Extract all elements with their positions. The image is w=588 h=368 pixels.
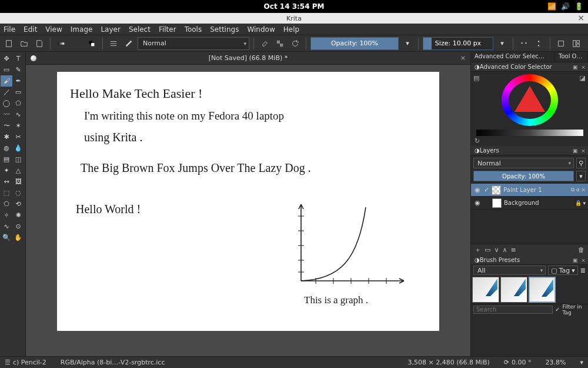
- layer-properties-button[interactable]: ≡: [511, 246, 516, 254]
- freehand-brush-tool[interactable]: 🖌: [1, 75, 12, 87]
- menu-filter[interactable]: Filter: [159, 25, 176, 34]
- canvas-viewport[interactable]: Hello Make Tech Easier ! I'm writing thi…: [26, 65, 470, 356]
- smart-fill-tool[interactable]: ✦: [1, 165, 12, 176]
- opacity-slider[interactable]: Opacity: 100%: [310, 37, 399, 50]
- bezier-tool[interactable]: ∿: [12, 109, 24, 120]
- brush-preset-button[interactable]: [122, 37, 135, 50]
- polygon-tool[interactable]: ⬠: [12, 98, 24, 109]
- reference-tool[interactable]: 🖼: [12, 176, 24, 187]
- docker-float-button[interactable]: ▣: [572, 64, 579, 70]
- tab-advanced-color-selector[interactable]: Advanced Color Selec…: [471, 52, 555, 62]
- swap-colors-button[interactable]: [85, 37, 98, 50]
- brush-preset-thumb[interactable]: [529, 277, 556, 303]
- document-close-button[interactable]: ×: [460, 54, 466, 62]
- menu-help[interactable]: Help: [283, 25, 299, 34]
- docker-float-button[interactable]: ▣: [572, 257, 579, 263]
- presets-tag-button[interactable]: ▢ Tag ▾: [548, 266, 578, 275]
- acs-options-icon[interactable]: ▤: [473, 74, 479, 82]
- document-tab[interactable]: [Not Saved] (66.8 MiB) * ×: [26, 52, 470, 65]
- rect-select-tool[interactable]: ⬚: [1, 187, 12, 198]
- eraser-mode-button[interactable]: [258, 37, 271, 50]
- ellipse-select-tool[interactable]: ◌: [12, 187, 24, 198]
- docker-float-button[interactable]: ▣: [572, 148, 579, 154]
- edit-shapes-tool[interactable]: ✎: [12, 64, 24, 75]
- new-file-button[interactable]: [2, 37, 15, 50]
- bezier-select-tool[interactable]: ∿: [1, 221, 12, 232]
- layer-blend-dropdown[interactable]: Normal: [473, 158, 574, 168]
- menu-image[interactable]: Image: [71, 25, 93, 34]
- line-tool[interactable]: ／: [1, 87, 12, 98]
- layer-opacity-slider[interactable]: Opacity: 100%: [473, 171, 574, 181]
- presets-tag-filter[interactable]: All: [473, 266, 546, 275]
- wrap-around-button[interactable]: [554, 37, 567, 50]
- polygon-select-tool[interactable]: ⬠: [1, 198, 12, 210]
- advanced-color-selector[interactable]: ▤ ◪ ↻: [471, 72, 588, 146]
- layer-lock-icon[interactable]: 🔒 ▾: [575, 200, 586, 206]
- opacity-dropdown-icon[interactable]: ▾: [401, 37, 414, 50]
- status-profile[interactable]: RGB/Alpha (8-bi…-V2-srgbtrc.icc: [61, 359, 165, 366]
- layer-name[interactable]: Paint Layer 1: [503, 187, 569, 193]
- status-zoom[interactable]: 23.8%: [546, 359, 566, 366]
- brush-size-slider[interactable]: Size: 10.00 px: [423, 37, 493, 50]
- freehand-path-tool[interactable]: 〜: [1, 120, 12, 131]
- assistant-tool[interactable]: △: [12, 165, 24, 176]
- fill-tool[interactable]: ◍: [1, 142, 12, 154]
- mirror-horizontal-button[interactable]: [517, 37, 530, 50]
- dynamic-brush-tool[interactable]: ✶: [12, 120, 24, 131]
- docker-close-button[interactable]: ×: [580, 148, 587, 154]
- layer-visibility-icon[interactable]: ◉: [473, 199, 482, 207]
- size-dropdown-icon[interactable]: ▾: [496, 37, 509, 50]
- pattern-edit-tool[interactable]: ◫: [12, 154, 24, 165]
- canvas[interactable]: Hello Make Tech Easier ! I'm writing thi…: [57, 72, 439, 331]
- layer-visibility-icon[interactable]: ◉: [473, 186, 482, 194]
- zoom-tool[interactable]: 🔍: [1, 232, 12, 243]
- acs-refresh-icon[interactable]: ↻: [475, 137, 480, 145]
- wifi-icon[interactable]: 📶: [547, 2, 556, 11]
- layer-filter-icon[interactable]: ⚲: [576, 158, 586, 168]
- layer-opacity-dropdown[interactable]: ▾: [576, 171, 586, 181]
- measure-tool[interactable]: ↔: [1, 176, 12, 187]
- color-picker-tool[interactable]: 💧: [12, 142, 24, 154]
- multibrush-tool[interactable]: ✱: [1, 131, 12, 142]
- docker-close-button[interactable]: ×: [580, 257, 587, 263]
- menu-settings[interactable]: Settings: [210, 25, 239, 34]
- menu-layer[interactable]: Layer: [101, 25, 120, 34]
- gradient-tool[interactable]: ▤: [1, 154, 12, 165]
- zoom-dropdown-icon[interactable]: ▾: [580, 359, 583, 366]
- brush-preset-thumb[interactable]: [500, 277, 527, 303]
- crop-tool[interactable]: ✂: [12, 131, 24, 142]
- open-file-button[interactable]: [18, 37, 31, 50]
- tab-tool-options[interactable]: Tool Opti…: [555, 52, 588, 62]
- pattern-button[interactable]: [70, 37, 83, 50]
- pan-tool[interactable]: ✋: [12, 232, 24, 243]
- ellipse-tool[interactable]: ◯: [1, 98, 12, 109]
- contiguous-select-tool[interactable]: ✧: [1, 210, 12, 221]
- reload-preset-button[interactable]: [289, 37, 302, 50]
- blend-mode-dropdown[interactable]: Normal: [138, 37, 249, 50]
- workspace-chooser-button[interactable]: [570, 37, 583, 50]
- add-layer-button[interactable]: ＋: [475, 246, 481, 254]
- presets-search-input[interactable]: [473, 306, 553, 314]
- acs-expand-icon[interactable]: ◪: [580, 74, 586, 82]
- gradient-button[interactable]: [55, 37, 68, 50]
- duplicate-layer-button[interactable]: ▭: [485, 246, 490, 254]
- rectangle-tool[interactable]: ▭: [12, 87, 24, 98]
- rotation-icon[interactable]: ⟳: [504, 359, 509, 366]
- calligraphy-tool[interactable]: ✒: [12, 75, 24, 87]
- brush-settings-button[interactable]: [107, 37, 120, 50]
- text-tool[interactable]: T: [12, 53, 24, 64]
- battery-icon[interactable]: 🔋: [574, 2, 583, 11]
- delete-layer-button[interactable]: 🗑: [578, 246, 584, 254]
- filter-in-tag-checkbox[interactable]: ✓: [555, 306, 560, 313]
- brush-preset-thumb[interactable]: [472, 277, 499, 303]
- layer-lock-icon[interactable]: ⧉ α ×: [571, 187, 586, 193]
- layer-row[interactable]: ◉ Background 🔒 ▾: [471, 197, 588, 210]
- menu-select[interactable]: Select: [129, 25, 151, 34]
- layer-name[interactable]: Background: [504, 200, 573, 206]
- transform-tool[interactable]: ▭: [1, 64, 12, 75]
- hue-strip[interactable]: [476, 130, 583, 136]
- status-angle[interactable]: 0.00 °: [512, 359, 532, 366]
- menu-window[interactable]: Window: [247, 25, 275, 34]
- layer-check-icon[interactable]: ✓: [484, 186, 489, 194]
- layer-row[interactable]: ◉ ✓ Paint Layer 1 ⧉ α ×: [471, 184, 588, 197]
